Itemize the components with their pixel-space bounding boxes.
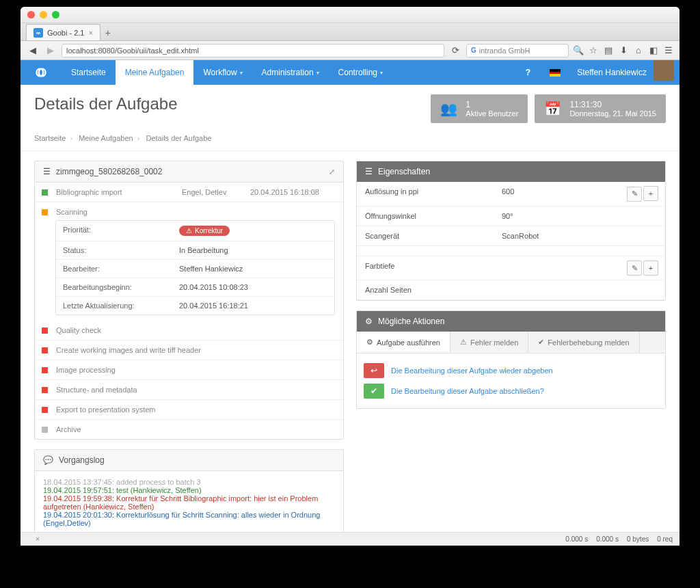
statusbar: × 0.000 s 0.000 s 0 bytes 0 req (21, 532, 679, 546)
crumb-tasks[interactable]: Meine Aufgaben (79, 134, 133, 142)
calendar-icon: 📅 (544, 101, 561, 117)
window-titlebar (21, 7, 679, 23)
list-icon: ☰ (43, 167, 51, 176)
comments-icon: 💬 (43, 455, 53, 465)
maximize-icon[interactable] (52, 11, 59, 18)
download-icon[interactable]: ⬇ (618, 45, 629, 56)
log-entry: 19.04.2015 19:57:51: test (Hankiewicz, S… (43, 486, 335, 494)
step-row-current: Scanning (35, 202, 343, 216)
step-row: Archive (35, 420, 343, 439)
flag-de-icon (550, 69, 561, 77)
chevron-down-icon: ▾ (317, 70, 319, 76)
datetime-box: 📅 11:31:30Donnerstag, 21. Mai 2015 (535, 94, 666, 123)
nav-home[interactable]: Startseite (62, 60, 116, 85)
app-logo[interactable] (21, 60, 62, 85)
browser-tab[interactable]: ∞ Goobi - 2.1 × (26, 24, 100, 40)
search-icon[interactable]: 🔍 (573, 45, 584, 56)
plugin-icon[interactable]: ◧ (648, 45, 659, 56)
tab-execute[interactable]: ⚙Aufgabe ausführen (357, 332, 450, 353)
status-square-icon (42, 387, 48, 393)
step-row: Create working images and write tiff hea… (35, 340, 343, 360)
check-icon[interactable]: ✔ (364, 384, 384, 399)
back-button[interactable]: ◀ (26, 44, 40, 57)
favicon-icon: ∞ (33, 28, 43, 38)
properties-title: Eigenschaften (378, 167, 430, 176)
status-square-icon (42, 407, 48, 413)
statusbar-close-icon[interactable]: × (36, 535, 40, 543)
log-panel: 💬 Vorgangslog 18.04.2015 13:37:45: added… (34, 449, 344, 532)
help-button[interactable]: ? (516, 60, 540, 85)
clipboard-icon[interactable]: ▤ (603, 45, 614, 56)
close-icon[interactable] (27, 11, 35, 18)
user-menu[interactable]: Steffen Hankiewicz (570, 60, 654, 85)
active-users-box: 👥 1Aktive Benutzer (431, 94, 528, 123)
edit-button[interactable]: ✎ (627, 260, 642, 276)
expand-icon[interactable]: ⤢ (329, 168, 335, 176)
step-list-panel: ☰ zimmgeog_580268268_0002 ⤢ Bibliographi… (34, 161, 344, 440)
warning-icon: ⚠ (186, 227, 192, 235)
add-button[interactable]: + (643, 186, 658, 201)
menu-icon[interactable]: ☰ (663, 45, 674, 56)
log-entry: 19.04.2015 19:59:38: Korrektur für Schri… (43, 494, 335, 511)
chevron-down-icon: ▾ (240, 70, 243, 76)
status-square-icon (42, 427, 48, 433)
process-title: zimmgeog_580268268_0002 (56, 167, 162, 176)
status-square-icon (42, 367, 48, 373)
url-input[interactable] (62, 44, 444, 57)
tab-report-error[interactable]: ⚠Fehler melden (450, 332, 528, 353)
page-title: Details der Aufgabe (34, 94, 424, 113)
new-tab-button[interactable]: + (100, 25, 116, 40)
step-row: Image processing (35, 360, 343, 380)
users-icon: 👥 (440, 101, 457, 117)
home-icon[interactable]: ⌂ (633, 45, 644, 56)
step-detail-table: Priorität:⚠Korrektur Status:In Bearbeitu… (55, 220, 335, 315)
log-title: Vorgangslog (59, 455, 105, 465)
app-navbar: Startseite Meine Aufgaben Workflow▾ Admi… (21, 60, 679, 85)
check-icon: ✔ (538, 338, 544, 347)
chevron-down-icon: ▾ (380, 70, 383, 76)
minimize-icon[interactable] (40, 11, 47, 18)
undo-icon[interactable]: ↩ (364, 363, 384, 378)
avatar[interactable] (654, 60, 674, 81)
crumb-home[interactable]: Startseite (34, 134, 66, 142)
nav-controlling[interactable]: Controlling▾ (329, 60, 392, 85)
star-icon[interactable]: ☆ (588, 45, 599, 56)
edit-button[interactable]: ✎ (627, 187, 642, 202)
tab-title: Goobi - 2.1 (47, 29, 84, 37)
status-square-icon (42, 328, 48, 334)
step-row: Bibliographic import Engel, Detlev 20.04… (35, 183, 343, 202)
nav-workflow[interactable]: Workflow▾ (193, 60, 252, 85)
status-square-icon (42, 189, 48, 196)
step-row: Export to presentation system (35, 400, 343, 420)
action-finish-task: ✔ Die Bearbeitung dieser Aufgabe abschli… (364, 381, 658, 401)
crumb-current: Details der Aufgabe (146, 134, 211, 142)
search-input[interactable]: Gintranda GmbH (466, 44, 569, 57)
action-return-link[interactable]: Die Bearbeitung dieser Aufgabe wieder ab… (391, 366, 553, 375)
log-entry: 18.04.2015 13:37:45: added process to ba… (43, 478, 335, 486)
close-tab-icon[interactable]: × (88, 29, 92, 37)
reload-button[interactable]: ⟳ (448, 44, 462, 57)
gear-icon: ⚙ (366, 338, 373, 347)
language-selector[interactable] (540, 60, 570, 85)
forward-button[interactable]: ▶ (44, 44, 57, 57)
nav-my-tasks[interactable]: Meine Aufgaben (116, 60, 194, 85)
browser-tabstrip: ∞ Goobi - 2.1 × + (21, 23, 679, 41)
action-finish-link[interactable]: Die Bearbeitung dieser Aufgabe abschließ… (391, 387, 544, 395)
gear-icon: ⚙ (365, 317, 373, 326)
add-button[interactable]: + (643, 260, 658, 276)
actions-title: Mögliche Aktionen (378, 317, 444, 326)
status-square-icon (42, 209, 48, 215)
action-return-task: ↩ Die Bearbeitung dieser Aufgabe wieder … (364, 360, 658, 381)
status-square-icon (42, 347, 48, 353)
breadcrumb: Startseite› Meine Aufgaben› Details der … (21, 130, 679, 151)
properties-panel: ☰ Eigenschaften Auflösung in ppi600✎+ Öf… (356, 161, 666, 301)
step-row: Quality check (35, 321, 343, 340)
browser-toolbar: ◀ ▶ ⟳ Gintranda GmbH 🔍 ☆ ▤ ⬇ ⌂ ◧ ☰ (21, 41, 679, 60)
nav-administration[interactable]: Administration▾ (252, 60, 329, 85)
tab-report-fix[interactable]: ✔Fehlerbehebung melden (528, 332, 639, 353)
log-entry: 19.04.2015 20:01:30: Korrekturlösung für… (43, 511, 335, 527)
step-row: Structure- and metadata (35, 380, 343, 400)
korrektur-badge: ⚠Korrektur (179, 226, 230, 236)
list-icon: ☰ (365, 167, 373, 176)
warning-icon: ⚠ (460, 338, 467, 347)
